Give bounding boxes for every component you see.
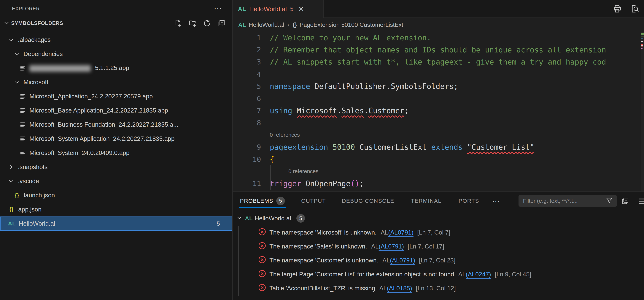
problem-code-link[interactable]: (AL0247) (466, 271, 491, 278)
minimap[interactable] (641, 32, 644, 191)
breadcrumb-symbol[interactable]: PageExtension 50100 CustomerListExt (300, 21, 403, 28)
minimap-mark (641, 48, 642, 49)
problem-code-link[interactable]: (AL0791) (379, 243, 404, 250)
menu-icon[interactable] (638, 196, 644, 206)
problem-message: The target Page 'Customer List' for the … (270, 271, 454, 278)
tree-item--5.1.1.25.app[interactable]: _5.1.1.25.app (0, 61, 232, 75)
tree-item-microsoft-business-foundation-24.2.20227.21835.a...[interactable]: Microsoft_Business Foundation_24.2.20227… (0, 118, 232, 132)
problem-row[interactable]: Table 'AccountBillsList_TZR' is missingA… (233, 281, 644, 295)
explorer-section-header[interactable]: SYMBOLSFOLDERS (0, 17, 232, 29)
codelens-references[interactable]: 0 references (261, 132, 300, 138)
tree-item-microsoft[interactable]: Microsoft (0, 75, 232, 89)
al-file-icon: AL (238, 5, 246, 12)
codelens-row[interactable]: 0 references (233, 165, 641, 177)
code-line-1: 1 // Welcome to your new AL extension. (233, 32, 641, 44)
problem-location: [Ln 7, Col 23] (419, 257, 456, 264)
tree-item-microsoft-base-application-24.2.20227.21835.app[interactable]: Microsoft_Base Application_24.2.20227.21… (0, 103, 232, 118)
error-icon (258, 241, 266, 252)
problems-file-group[interactable]: AL HelloWorld.al 5 (233, 211, 644, 225)
problems-file-label: HelloWorld.al (255, 215, 291, 222)
problems-filter[interactable] (518, 195, 617, 207)
problem-row[interactable]: The namespace 'Customer' is unknown.AL(A… (233, 253, 644, 267)
problem-code-link[interactable]: (AL0791) (388, 229, 414, 236)
al-file-icon: AL (238, 21, 246, 28)
tree-item-label: _5.1.1.25.app (30, 64, 129, 72)
tree-item-dependencies[interactable]: Dependencies (0, 47, 232, 61)
problem-code-link[interactable]: (AL0791) (390, 257, 415, 264)
problem-source: AL(AL0185) (379, 285, 412, 292)
line-number: 1 (233, 34, 261, 42)
tab-terminal[interactable]: TERMINAL (410, 192, 442, 210)
code-editor[interactable]: 1 // Welcome to your new AL extension.2 … (233, 32, 641, 191)
code-line-10: 10 { (233, 153, 641, 165)
problem-source: AL(AL0791) (371, 243, 404, 250)
new-folder-icon[interactable] (188, 19, 196, 27)
tree-item-.snapshots[interactable]: .snapshots (0, 160, 232, 174)
code-line-3: 3 // AL snippets start with t*, like tpa… (233, 56, 641, 68)
code-line-2: 2 // Remember that object names and IDs … (233, 44, 641, 56)
tree-item-label: Dependencies (24, 50, 63, 57)
breadcrumb-file[interactable]: HelloWorld.al (249, 21, 284, 28)
problem-location: [Ln 7, Col 7] (417, 229, 450, 236)
minimap-mark (641, 34, 644, 35)
close-icon[interactable]: ✕ (298, 5, 304, 13)
file-tree: .alpackagesDependencies _5.1.1.25.appMic… (0, 33, 232, 231)
bottom-panel: PROBLEMS 5 OUTPUT DEBUG CONSOLE TERMINAL… (233, 191, 644, 300)
code-line-7: 7 using Microsoft.Sales.Customer; (233, 104, 641, 117)
collapse-folders-icon[interactable] (218, 19, 226, 27)
panel-more-icon[interactable]: ⋯ (492, 199, 500, 203)
app-file-icon (18, 65, 27, 71)
explorer-sidebar: EXPLORER ⋯ SYMBOLSFOLDERS (0, 0, 233, 300)
tree-item-.vscode[interactable]: .vscode (0, 174, 232, 188)
tab-problems[interactable]: PROBLEMS 5 (239, 192, 286, 210)
filter-funnel-icon[interactable] (605, 196, 614, 205)
problem-code-link[interactable]: (AL0185) (387, 285, 412, 292)
redacted-text (30, 65, 91, 72)
tab-debug-console[interactable]: DEBUG CONSOLE (341, 192, 395, 210)
problem-row[interactable]: The namespace 'Sales' is unknown.AL(AL07… (233, 239, 644, 253)
tree-item-label: HelloWorld.al (19, 220, 55, 227)
line-number: 6 (233, 94, 261, 103)
tree-item-microsoft-system-24.0.20409.0.app[interactable]: Microsoft_System_24.0.20409.0.app (0, 146, 232, 160)
open-preview-icon[interactable] (630, 4, 640, 14)
chevron-down-icon (7, 178, 15, 184)
collapse-all-icon[interactable] (621, 197, 630, 205)
line-number: 9 (233, 143, 261, 151)
breadcrumb-separator: › (288, 21, 289, 28)
problem-row[interactable]: The target Page 'Customer List' for the … (233, 267, 644, 281)
section-title: SYMBOLSFOLDERS (11, 20, 63, 26)
tree-item-label: Microsoft_Base Application_24.2.20227.21… (30, 107, 168, 114)
json-file-icon: {} (13, 192, 21, 198)
problem-message: Table 'AccountBillsList_TZR' is missing (270, 285, 375, 292)
codelens-references[interactable]: 0 references (280, 168, 318, 174)
filter-input[interactable] (523, 198, 605, 204)
tree-item-helloworld.al[interactable]: ALHelloWorld.al5 (0, 217, 232, 231)
panel-header: PROBLEMS 5 OUTPUT DEBUG CONSOLE TERMINAL… (233, 192, 644, 210)
tree-item-app.json[interactable]: {}app.json (0, 202, 232, 217)
tab-helloworld[interactable]: AL HelloWorld.al 5 ✕ (233, 0, 324, 18)
al-file-icon: AL (245, 215, 253, 222)
tree-item-.alpackages[interactable]: .alpackages (0, 33, 232, 47)
tree-item-label: Microsoft_System_24.0.20409.0.app (30, 149, 130, 156)
tab-output[interactable]: OUTPUT (300, 192, 327, 210)
problem-row[interactable]: The namespace 'Microsoft' is unknown.AL(… (233, 225, 644, 239)
explorer-header: EXPLORER ⋯ (0, 0, 232, 17)
codelens-row[interactable]: 0 references (233, 129, 641, 141)
editor-tab-bar: AL HelloWorld.al 5 ✕ (233, 0, 644, 18)
refresh-icon[interactable] (203, 19, 211, 27)
tree-item-microsoft-application-24.2.20227.20579.app[interactable]: Microsoft_Application_24.2.20227.20579.a… (0, 89, 232, 103)
problem-location: [Ln 13, Col 12] (416, 285, 456, 292)
explorer-more-icon[interactable]: ⋯ (214, 7, 222, 10)
error-icon (258, 283, 266, 293)
tree-item-label: Microsoft_Business Foundation_24.2.20227… (30, 121, 178, 128)
problem-message: The namespace 'Sales' is unknown. (270, 243, 367, 250)
tree-item-microsoft-system-application-24.2.20227.21835.app[interactable]: Microsoft_System Application_24.2.20227.… (0, 132, 232, 146)
print-icon[interactable] (612, 4, 622, 14)
tab-ports[interactable]: PORTS (458, 192, 480, 210)
new-file-icon[interactable] (174, 19, 182, 27)
minimap-mark (641, 36, 644, 36)
code-line-5: 5 namespace DefaultPublisher.SymbolsFold… (233, 80, 641, 92)
tree-item-label: app.json (18, 206, 42, 213)
tree-item-launch.json[interactable]: {}launch.json (0, 188, 232, 202)
tree-item-badge: 5 (216, 220, 220, 227)
